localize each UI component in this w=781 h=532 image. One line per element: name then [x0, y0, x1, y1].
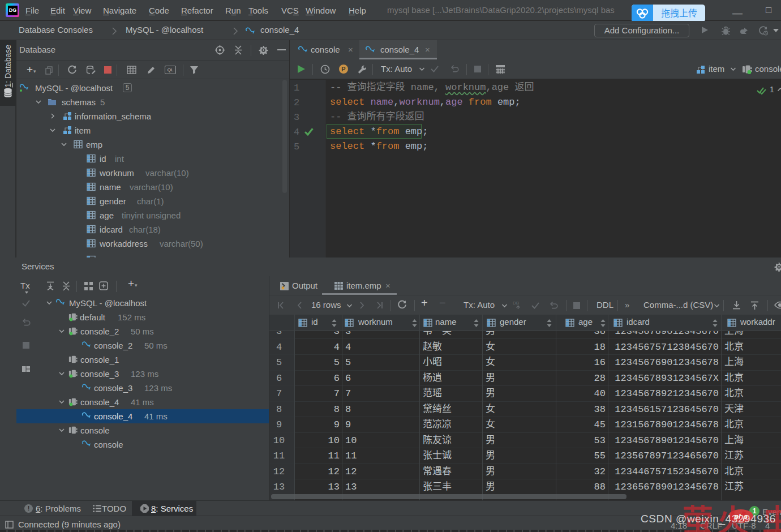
svg-text:DB: DB — [513, 301, 519, 306]
